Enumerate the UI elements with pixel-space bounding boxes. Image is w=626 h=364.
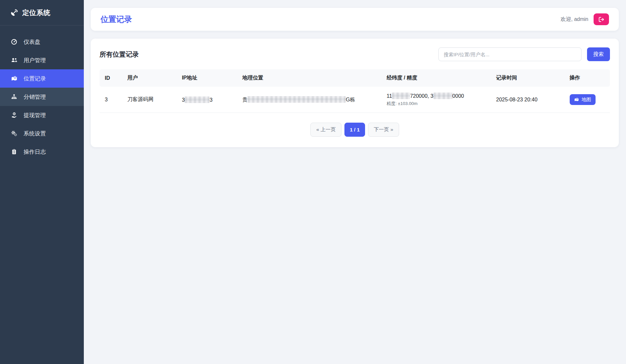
- search-button[interactable]: 搜索: [587, 47, 610, 61]
- coordinates: 11720000, 30000: [387, 93, 486, 99]
- cell-user: 刀客源码网: [122, 87, 177, 113]
- search-input[interactable]: [438, 47, 581, 61]
- brand-title: 定位系统: [22, 8, 50, 17]
- hand-holding-dollar-icon: [10, 112, 18, 118]
- sidebar-item-location-records[interactable]: 位置记录: [0, 69, 84, 88]
- map-button[interactable]: 地图: [570, 94, 596, 105]
- sidebar-item-label: 提现管理: [24, 112, 46, 119]
- column-header-id: ID: [100, 69, 122, 87]
- records-table: ID 用户 IP地址 地理位置 经纬度 / 精度 记录时间 操作 3 刀客源码网…: [100, 69, 610, 113]
- brand: 定位系统: [0, 0, 84, 26]
- sidebar-item-label: 用户管理: [24, 57, 46, 64]
- main-content: 位置记录 欢迎, admin 所有位置记录 搜索: [84, 0, 626, 364]
- sidebar-item-logs[interactable]: 操作日志: [0, 143, 84, 161]
- pagination: « 上一页 1 / 1 下一页 »: [100, 123, 610, 137]
- satellite-dish-icon: [10, 9, 18, 17]
- sidebar-item-dashboard[interactable]: 仪表盘: [0, 33, 84, 51]
- table-row: 3 刀客源码网 33 贵G栋 11720000, 30000 精度: ±103.…: [100, 87, 610, 113]
- search-bar: 搜索: [438, 47, 610, 61]
- sitemap-icon: [10, 94, 18, 100]
- panel-title: 所有位置记录: [100, 50, 139, 59]
- map-icon: [574, 97, 579, 102]
- top-header: 位置记录 欢迎, admin: [91, 8, 619, 31]
- table-header-row: ID 用户 IP地址 地理位置 经纬度 / 精度 记录时间 操作: [100, 69, 610, 87]
- map-marked-icon: [10, 75, 18, 82]
- sidebar-item-label: 分销管理: [24, 93, 46, 101]
- cell-location: 贵G栋: [237, 87, 381, 113]
- records-panel: 所有位置记录 搜索 ID 用户 IP地址 地理位置 经纬度 / 精度 记录时间 …: [91, 39, 619, 147]
- accuracy-text: 精度: ±103.00m: [387, 101, 486, 107]
- sidebar-item-label: 仪表盘: [24, 38, 40, 46]
- current-page-indicator[interactable]: 1 / 1: [344, 123, 365, 137]
- map-button-label: 地图: [582, 96, 591, 103]
- sidebar-item-withdrawal[interactable]: 提现管理: [0, 106, 84, 124]
- cell-coords: 11720000, 30000 精度: ±103.00m: [381, 87, 491, 113]
- column-header-coords: 经纬度 / 精度: [381, 69, 491, 87]
- sidebar-item-settings[interactable]: 系统设置: [0, 124, 84, 143]
- redacted-latitude: [433, 93, 452, 99]
- sidebar-item-label: 操作日志: [24, 148, 46, 156]
- gauge-icon: [10, 39, 18, 45]
- cell-time: 2025-08-23 20:40: [491, 87, 564, 113]
- sidebar-item-distribution[interactable]: 分销管理: [0, 88, 84, 106]
- sidebar: 定位系统 仪表盘 用户管理: [0, 0, 84, 364]
- column-header-time: 记录时间: [491, 69, 564, 87]
- logout-button[interactable]: [594, 13, 609, 25]
- column-header-location: 地理位置: [237, 69, 381, 87]
- column-header-user: 用户: [122, 69, 177, 87]
- clipboard-list-icon: [10, 148, 18, 155]
- redacted-location: [248, 96, 346, 103]
- users-icon: [10, 57, 18, 63]
- sidebar-item-users[interactable]: 用户管理: [0, 51, 84, 69]
- page-title: 位置记录: [101, 14, 132, 25]
- gears-icon: [10, 130, 18, 137]
- cell-id: 3: [100, 87, 122, 113]
- sign-out-icon: [598, 17, 604, 22]
- prev-page-button[interactable]: « 上一页: [310, 123, 341, 137]
- sidebar-nav: 仪表盘 用户管理 位置记录: [0, 26, 84, 161]
- welcome-text: 欢迎, admin: [561, 16, 588, 23]
- sidebar-item-label: 系统设置: [24, 130, 46, 137]
- column-header-actions: 操作: [564, 69, 610, 87]
- redacted-longitude: [392, 93, 410, 99]
- cell-actions: 地图: [564, 87, 610, 113]
- redacted-ip: [185, 96, 210, 103]
- sidebar-item-label: 位置记录: [24, 75, 46, 82]
- column-header-ip: IP地址: [176, 69, 237, 87]
- next-page-button[interactable]: 下一页 »: [368, 123, 399, 137]
- cell-ip: 33: [176, 87, 237, 113]
